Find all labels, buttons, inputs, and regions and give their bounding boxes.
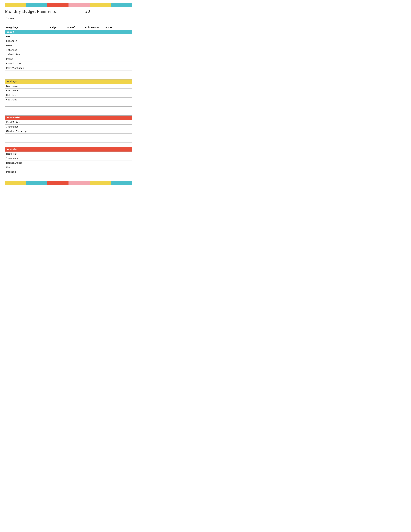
top-bar-seg-4: [37, 3, 47, 7]
bot-bar-seg-1: [5, 181, 16, 185]
header-notes: Notes: [104, 25, 132, 30]
list-item: Television: [5, 52, 132, 57]
top-bar-seg-5: [47, 3, 58, 7]
header-outgoings: Outgoings: [5, 25, 48, 30]
bot-bar-seg-3: [26, 181, 37, 185]
list-item: Parking: [5, 170, 132, 174]
income-actual: [66, 16, 84, 21]
title-text: Monthly Budget Planner for: [5, 9, 58, 14]
list-item: Window Cleaning: [5, 129, 132, 134]
bottom-color-bar: [5, 181, 132, 185]
income-budget: [48, 16, 66, 21]
top-bar-seg-10: [100, 3, 111, 7]
list-item: Food/Drink: [5, 120, 132, 125]
header-difference: Difference: [84, 25, 104, 30]
list-item: Water: [5, 43, 132, 48]
bot-bar-seg-10: [100, 181, 111, 185]
bot-bar-seg-9: [90, 181, 100, 185]
top-bar-seg-6: [58, 3, 68, 7]
list-item: Fuel: [5, 165, 132, 170]
top-color-bar: [5, 3, 132, 7]
header-actual: Actual: [66, 25, 84, 30]
list-item: Insurance: [5, 125, 132, 129]
section-bills-header: Bills: [5, 30, 132, 34]
budget-table: Income: Outgoings Budget Actual Differen…: [5, 16, 132, 179]
title-year-blank: [90, 9, 100, 14]
section-vehicle-header: Vehicle: [5, 147, 132, 152]
empty-row-6: [5, 111, 132, 116]
bot-bar-seg-5: [47, 181, 58, 185]
household-label: Household: [5, 116, 132, 120]
empty-row-9: [5, 143, 132, 147]
list-item: Council Tax: [5, 61, 132, 66]
list-item: Gas: [5, 34, 132, 39]
empty-row-4: [5, 102, 132, 106]
bills-label: Bills: [5, 30, 132, 34]
income-row: Income:: [5, 16, 132, 21]
bot-bar-seg-8: [79, 181, 90, 185]
list-item: Road Tax: [5, 152, 132, 156]
title-name-blank: [60, 9, 83, 14]
page: Monthly Budget Planner for 20 Income: Ou…: [0, 0, 137, 188]
income-notes: [104, 16, 132, 21]
list-item: Internet: [5, 48, 132, 52]
empty-row-10: [5, 174, 132, 179]
empty-row-3: [5, 75, 132, 79]
section-household-header: Household: [5, 116, 132, 120]
top-bar-seg-8: [79, 3, 90, 7]
page-title: Monthly Budget Planner for 20: [5, 9, 132, 14]
top-bar-seg-2: [16, 3, 26, 7]
top-bar-seg-11: [111, 3, 121, 7]
top-bar-seg-12: [121, 3, 132, 7]
list-item: Clothing: [5, 97, 132, 102]
bot-bar-seg-11: [111, 181, 121, 185]
title-year-prefix: 20: [85, 9, 90, 14]
list-item: Holiday: [5, 93, 132, 97]
column-headers: Outgoings Budget Actual Difference Notes: [5, 25, 132, 30]
empty-row-2: [5, 70, 132, 75]
vehicle-label: Vehicle: [5, 147, 132, 152]
savings-label: Savings: [5, 79, 132, 84]
list-item: Maintainence: [5, 161, 132, 165]
list-item: Christmas: [5, 88, 132, 93]
list-item: Rent/Mortgage: [5, 66, 132, 70]
list-item: Phone: [5, 57, 132, 61]
bot-bar-seg-2: [16, 181, 26, 185]
top-bar-seg-1: [5, 3, 16, 7]
empty-row-1: [5, 21, 132, 25]
income-label: Income:: [5, 16, 48, 21]
top-bar-seg-3: [26, 3, 37, 7]
bot-bar-seg-4: [37, 181, 47, 185]
top-bar-seg-7: [68, 3, 79, 7]
list-item: Insurance: [5, 156, 132, 161]
section-savings-header: Savings: [5, 79, 132, 84]
empty-row-5: [5, 106, 132, 111]
income-diff: [84, 16, 104, 21]
bot-bar-seg-7: [68, 181, 79, 185]
empty-row-8: [5, 138, 132, 143]
top-bar-seg-9: [90, 3, 100, 7]
bot-bar-seg-12: [121, 181, 132, 185]
header-budget: Budget: [48, 25, 66, 30]
list-item: Electric: [5, 39, 132, 43]
bot-bar-seg-6: [58, 181, 68, 185]
list-item: Birthdays: [5, 84, 132, 88]
empty-row-7: [5, 134, 132, 138]
